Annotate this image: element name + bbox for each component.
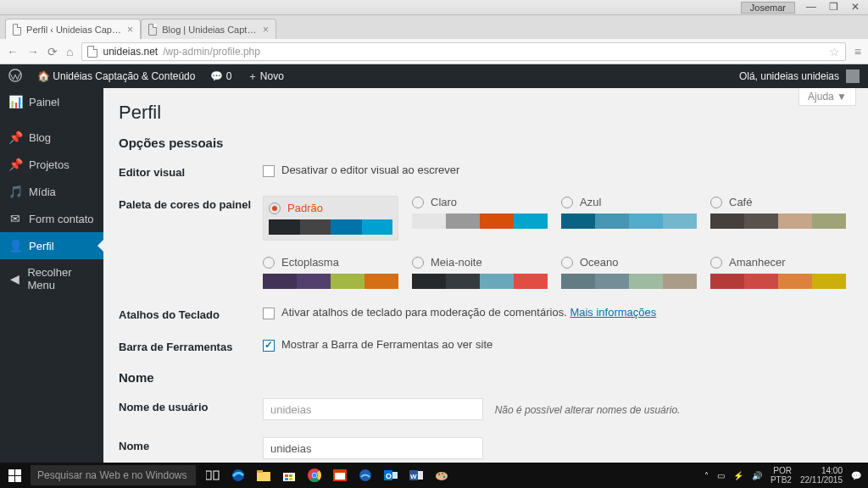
field-label: Atalhos do Teclado <box>119 306 263 321</box>
color-scheme-option[interactable]: Claro <box>412 196 548 241</box>
radio-icon[interactable] <box>561 197 573 208</box>
radio-icon[interactable] <box>269 202 281 214</box>
close-tab-icon[interactable]: × <box>127 24 133 36</box>
color-scheme-option[interactable]: Padrão <box>263 196 398 241</box>
main-content: Ajuda ▼ Perfil Opções pessoais Editor vi… <box>103 88 868 468</box>
back-button[interactable]: ← <box>7 45 19 58</box>
swatches <box>263 274 398 289</box>
url-path: /wp-admin/profile.php <box>163 46 260 58</box>
swatches <box>561 214 697 229</box>
close-button[interactable]: ✕ <box>849 2 861 14</box>
radio-icon[interactable] <box>561 257 573 269</box>
more-info-link[interactable]: Mais informações <box>570 306 656 319</box>
checkbox-icon[interactable] <box>263 340 275 352</box>
address-bar[interactable]: unideias.net/wp-admin/profile.php ☆ <box>81 42 845 61</box>
browser-tab[interactable]: Blog | Unideias Captação ... × <box>141 19 276 39</box>
radio-icon[interactable] <box>412 257 424 269</box>
edge-icon[interactable] <box>226 464 250 486</box>
username-hint: Não é possível alterar nomes de usuário. <box>495 404 681 416</box>
scheme-name: Oceano <box>580 256 619 269</box>
browser-tab-active[interactable]: Perfil ‹ Unideias Captação ... × <box>5 19 141 39</box>
radio-icon[interactable] <box>412 197 424 208</box>
color-scheme-option[interactable]: Meia-noite <box>412 256 548 289</box>
sidebar-item-label: Blog <box>29 131 51 144</box>
sidebar-item-projetos[interactable]: 📌Projetos <box>0 151 103 178</box>
explorer-icon[interactable] <box>252 464 275 486</box>
sidebar-item-painel[interactable]: 📊Painel <box>0 88 103 115</box>
task-view-icon[interactable] <box>201 464 225 486</box>
store-icon[interactable] <box>277 464 301 486</box>
word-icon[interactable]: W <box>404 464 428 486</box>
sidebar-collapse[interactable]: ◀Recolher Menu <box>0 259 103 298</box>
tray-clock[interactable]: 14:0022/11/2015 <box>800 466 843 485</box>
shortcuts-checkbox-label[interactable]: Ativar atalhos de teclado para moderação… <box>263 306 656 319</box>
taskbar-apps: O W <box>201 464 453 486</box>
sidebar-item-label: Painel <box>29 96 59 108</box>
forward-button[interactable]: → <box>27 45 39 58</box>
visual-editor-checkbox-label[interactable]: Desativar o editor visual ao escrever <box>263 164 459 176</box>
windows-logo-icon <box>8 469 21 482</box>
new-content-link[interactable]: ＋ Novo <box>248 69 284 84</box>
checkbox-icon[interactable] <box>263 165 275 177</box>
page-title: Perfil <box>119 102 853 124</box>
home-button[interactable]: ⌂ <box>66 45 73 58</box>
tray-up-icon[interactable]: ˄ <box>704 471 709 480</box>
greeting[interactable]: Olá, unideias unideias <box>739 70 839 82</box>
new-label: Novo <box>260 69 284 81</box>
svg-rect-18 <box>335 473 345 480</box>
sidebar-item-form-contato[interactable]: ✉Form contato <box>0 205 103 232</box>
svg-point-27 <box>438 474 440 475</box>
svg-rect-10 <box>289 478 292 480</box>
row-keyboard-shortcuts: Atalhos do Teclado Ativar atalhos de tec… <box>119 306 853 321</box>
color-scheme-option[interactable]: Azul <box>561 196 697 241</box>
calendar-icon[interactable] <box>328 464 352 486</box>
reload-button[interactable]: ⟳ <box>47 45 58 58</box>
svg-rect-4 <box>257 472 270 481</box>
color-scheme-option[interactable]: Ectoplasma <box>263 256 398 289</box>
bookmark-star-icon[interactable]: ☆ <box>829 45 840 58</box>
checkbox-icon[interactable] <box>263 308 275 319</box>
tray-volume-icon[interactable]: 🔊 <box>752 471 762 480</box>
minimize-button[interactable]: — <box>805 2 817 14</box>
start-button[interactable] <box>0 463 29 488</box>
taskbar-search[interactable]: Pesquisar na Web e no Windows <box>31 465 196 485</box>
sidebar-item-midia[interactable]: 🎵Mídia <box>0 178 103 205</box>
radio-icon[interactable] <box>710 197 722 208</box>
menu-button[interactable]: ≡ <box>854 45 861 58</box>
outlook-icon[interactable]: O <box>379 464 403 486</box>
color-scheme-option[interactable]: Oceano <box>561 256 697 289</box>
comments-link[interactable]: 💬 0 <box>210 70 231 83</box>
toolbar-checkbox-label[interactable]: Mostrar a Barra de Ferramentas ao ver si… <box>263 338 492 351</box>
help-tab[interactable]: Ajuda ▼ <box>798 88 856 106</box>
wordpress-logo-icon[interactable] <box>8 69 22 85</box>
scheme-name: Claro <box>431 196 457 208</box>
tray-language[interactable]: PORPTB2 <box>771 466 792 485</box>
color-scheme-option[interactable]: Café <box>710 196 846 241</box>
ie-icon[interactable] <box>353 464 377 486</box>
paint-icon[interactable] <box>430 464 453 486</box>
row-username: Nome de usuário Não é possível alterar n… <box>119 398 853 420</box>
sidebar-item-label: Recolher Menu <box>27 266 95 291</box>
svg-rect-7 <box>285 474 288 477</box>
radio-icon[interactable] <box>710 257 722 269</box>
site-home-link[interactable]: 🏠 Unidéias Captação & Conteúdo <box>37 70 195 83</box>
svg-rect-8 <box>289 474 292 477</box>
radio-icon[interactable] <box>263 257 275 269</box>
chrome-icon[interactable] <box>303 464 326 486</box>
swatches <box>412 274 548 289</box>
tray-action-center-icon[interactable]: ▭ <box>717 471 725 480</box>
maximize-button[interactable]: ❐ <box>827 2 839 14</box>
field-label: Nome <box>119 437 263 452</box>
sidebar-item-blog[interactable]: 📌Blog <box>0 124 103 151</box>
tray-notifications-icon[interactable]: 💬 <box>851 471 861 480</box>
wp-admin-bar: 🏠 Unidéias Captação & Conteúdo 💬 0 ＋ Nov… <box>0 64 868 88</box>
first-name-input[interactable] <box>263 437 483 459</box>
checkbox-text: Ativar atalhos de teclado para moderação… <box>281 306 570 319</box>
tray-network-icon[interactable]: ⚡ <box>733 471 743 480</box>
mail-icon: ✉ <box>8 212 22 225</box>
sidebar-item-perfil[interactable]: 👤Perfil <box>0 232 103 259</box>
swatches <box>561 274 697 289</box>
color-scheme-option[interactable]: Amanhecer <box>710 256 846 289</box>
close-tab-icon[interactable]: × <box>263 24 269 36</box>
avatar[interactable] <box>846 69 860 83</box>
